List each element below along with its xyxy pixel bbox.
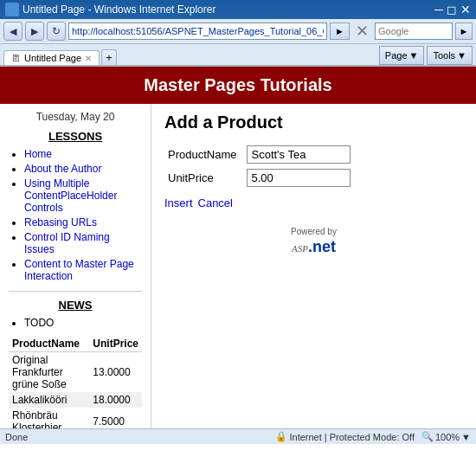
nav-toolbar: ◀ ▶ ↻ ► ✕ ► bbox=[0, 19, 476, 44]
nav-link-rebasing[interactable]: Rebasing URLs bbox=[24, 216, 97, 228]
product-name-cell: Rhönbräu Klosterbier bbox=[9, 408, 89, 428]
list-item: Control ID Naming Issues bbox=[24, 231, 142, 255]
aspnet-logo-area: Powered by ASP.net bbox=[164, 227, 463, 256]
maximize-button[interactable]: ◻ bbox=[447, 3, 457, 16]
sidebar-divider bbox=[9, 291, 142, 292]
search-input[interactable] bbox=[375, 23, 453, 40]
product-name-label: ProductName bbox=[164, 143, 243, 166]
list-item: Home bbox=[24, 148, 142, 160]
page-header: Master Pages Tutorials bbox=[0, 67, 476, 104]
unit-price-cell: 13.0000 bbox=[89, 352, 142, 393]
status-text: Done bbox=[5, 432, 28, 442]
product-name-input[interactable] bbox=[247, 145, 351, 164]
zoom-control[interactable]: 🔍 100% ▼ bbox=[421, 431, 471, 442]
tools-menu-label: Tools bbox=[433, 50, 455, 61]
stop-button[interactable]: ✕ bbox=[356, 22, 369, 41]
aspnet-prefix: ASP bbox=[292, 243, 308, 254]
back-button[interactable]: ◀ bbox=[3, 22, 23, 41]
tab-label: Untitled Page bbox=[24, 53, 81, 63]
refresh-button[interactable]: ↻ bbox=[47, 22, 66, 41]
close-button[interactable]: ✕ bbox=[460, 3, 471, 16]
sidebar-date: Tuesday, May 20 bbox=[9, 111, 142, 123]
page-menu-chevron: ▼ bbox=[409, 50, 419, 61]
col-header-unit-price: UnitPrice bbox=[89, 336, 142, 352]
page-title: Add a Product bbox=[164, 113, 463, 132]
zoom-icon: 🔍 bbox=[421, 431, 434, 442]
search-button[interactable]: ► bbox=[455, 23, 473, 40]
form-actions: Insert Cancel bbox=[164, 196, 463, 209]
site-title: Master Pages Tutorials bbox=[144, 75, 331, 94]
security-text: Internet | Protected Mode: Off bbox=[289, 432, 415, 442]
tools-menu-button[interactable]: Tools ▼ bbox=[427, 46, 473, 65]
unit-price-cell: 7.5000 bbox=[89, 408, 142, 428]
new-tab-button[interactable]: + bbox=[101, 49, 117, 65]
shield-icon: 🔒 bbox=[275, 431, 287, 442]
sidebar-nav: Home About the Author Using Multiple Con… bbox=[9, 148, 142, 282]
list-item: Using Multiple ContentPlaceHolder Contro… bbox=[24, 177, 142, 214]
nav-link-interaction[interactable]: Content to Master Page Interaction bbox=[24, 258, 134, 282]
nav-link-control-id[interactable]: Control ID Naming Issues bbox=[24, 231, 110, 255]
product-name-cell: Original Frankfurter grüne Soße bbox=[9, 352, 89, 393]
nav-link-multiple[interactable]: Using Multiple ContentPlaceHolder Contro… bbox=[24, 177, 117, 214]
security-badge: 🔒 Internet | Protected Mode: Off bbox=[275, 431, 415, 442]
nav-link-home[interactable]: Home bbox=[24, 148, 52, 160]
address-bar: ► ✕ bbox=[68, 22, 372, 41]
zoom-level: 100% bbox=[435, 432, 460, 442]
page-body: Tuesday, May 20 LESSONS Home About the A… bbox=[0, 104, 476, 428]
browser-icon bbox=[5, 3, 19, 16]
forward-button[interactable]: ▶ bbox=[25, 22, 44, 41]
table-row: Lakkalikööri18.0000 bbox=[9, 392, 142, 408]
command-bar: Page ▼ Tools ▼ bbox=[379, 46, 473, 65]
list-item: About the Author bbox=[24, 163, 142, 175]
powered-by-text: Powered by bbox=[164, 227, 463, 236]
news-title: NEWS bbox=[9, 299, 142, 312]
list-item: Rebasing URLs bbox=[24, 216, 142, 228]
products-table: ProductName UnitPrice Original Frankfurt… bbox=[9, 336, 142, 428]
insert-link[interactable]: Insert bbox=[164, 196, 193, 209]
add-product-form: ProductName UnitPrice bbox=[164, 143, 354, 190]
minimize-button[interactable]: ─ bbox=[434, 3, 443, 16]
status-right: 🔒 Internet | Protected Mode: Off 🔍 100% … bbox=[275, 431, 471, 442]
list-item: TODO bbox=[24, 317, 142, 329]
page-menu-label: Page bbox=[385, 50, 408, 61]
nav-link-author[interactable]: About the Author bbox=[24, 163, 101, 175]
list-item: Content to Master Page Interaction bbox=[24, 258, 142, 282]
tab-close-icon[interactable]: ✕ bbox=[85, 54, 92, 63]
zoom-chevron: ▼ bbox=[461, 432, 471, 442]
main-content: Add a Product ProductName UnitPrice Inse… bbox=[151, 104, 476, 428]
status-bar: Done 🔒 Internet | Protected Mode: Off 🔍 … bbox=[0, 428, 476, 444]
sidebar: Tuesday, May 20 LESSONS Home About the A… bbox=[0, 104, 151, 428]
title-bar: Untitled Page - Windows Internet Explore… bbox=[0, 0, 476, 19]
go-button[interactable]: ► bbox=[330, 23, 350, 40]
news-item-todo: TODO bbox=[24, 317, 54, 329]
page-content: Master Pages Tutorials Tuesday, May 20 L… bbox=[0, 67, 476, 428]
sidebar-news: TODO bbox=[9, 317, 142, 329]
window-title: Untitled Page - Windows Internet Explore… bbox=[23, 3, 215, 16]
col-header-product-name: ProductName bbox=[9, 336, 89, 352]
page-menu-button[interactable]: Page ▼ bbox=[379, 46, 425, 65]
table-row: Original Frankfurter grüne Soße13.0000 bbox=[9, 352, 142, 393]
table-row: Rhönbräu Klosterbier7.5000 bbox=[9, 408, 142, 428]
unit-price-cell: 18.0000 bbox=[89, 392, 142, 408]
tab-untitled-page[interactable]: 🖹 Untitled Page ✕ bbox=[3, 50, 100, 65]
product-name-cell: Lakkalikööri bbox=[9, 392, 89, 408]
unit-price-input[interactable] bbox=[247, 169, 351, 187]
tab-favicon: 🖹 bbox=[11, 53, 21, 63]
address-input[interactable] bbox=[68, 23, 327, 40]
lessons-title: LESSONS bbox=[9, 130, 142, 143]
aspnet-brand: ASP.net bbox=[164, 238, 463, 256]
tools-menu-chevron: ▼ bbox=[457, 50, 466, 61]
unit-price-label: UnitPrice bbox=[164, 166, 243, 190]
cancel-link[interactable]: Cancel bbox=[198, 196, 233, 209]
aspnet-net: net bbox=[312, 238, 336, 256]
tabs-row: 🖹 Untitled Page ✕ + Page ▼ Tools ▼ bbox=[0, 44, 476, 66]
